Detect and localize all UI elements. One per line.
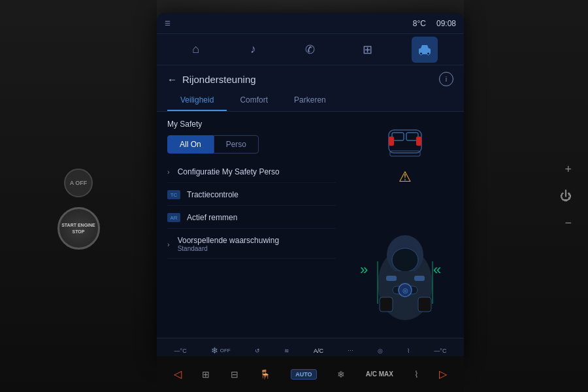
front-defrost-button[interactable]: ⊞	[202, 369, 210, 380]
ac-max-label: A/C MAX	[366, 370, 393, 378]
my-safety-title: My Safety	[167, 120, 336, 129]
recirculate-button[interactable]: ↺	[255, 348, 260, 354]
temp-left-value: —°C	[174, 348, 187, 354]
svg-point-3	[427, 52, 430, 55]
nav-apps[interactable]: ⊞	[355, 37, 381, 63]
tab-veiligheid[interactable]: Veiligheid	[167, 90, 227, 111]
actief-remmen-item[interactable]: AR Actief remmen	[167, 207, 336, 229]
wiper-physical-icon: ⌇	[414, 369, 419, 380]
left-physical-panel: A OFF START ENGINE STOP	[0, 0, 157, 392]
svg-point-14	[392, 248, 418, 272]
left-content-panel: My Safety All On Perso › Configuratie My…	[157, 112, 346, 338]
main-screen: ☰ 8°C 09:08 ⌂ ♪ ✆ ⊞	[157, 13, 464, 363]
auto-climate-button[interactable]: AUTO	[291, 369, 316, 380]
nav-bar: ⌂ ♪ ✆ ⊞	[157, 34, 464, 65]
svg-rect-19	[386, 276, 397, 281]
perso-button[interactable]: Perso	[214, 135, 259, 154]
svg-text:»: »	[360, 261, 368, 278]
rear-defrost-icon: ⊟	[231, 369, 238, 380]
dashboard: A OFF START ENGINE STOP ☰ 8°C 09:08 ⌂ ♪ …	[0, 0, 588, 392]
right-arrow-icon: ▷	[439, 368, 447, 380]
start-button-area: A OFF START ENGINE STOP	[57, 169, 100, 250]
seat-cool-button[interactable]: ⋯	[348, 348, 353, 354]
svg-rect-23	[380, 297, 393, 312]
chevron-right-icon: ›	[167, 168, 170, 176]
left-arrow-button[interactable]: ◁	[174, 368, 182, 380]
svg-text:«: «	[433, 261, 441, 278]
nav-music[interactable]: ♪	[240, 37, 266, 63]
tractie-icon: TC	[167, 190, 180, 199]
seat-cool-icon: ⋯	[348, 348, 353, 354]
seat-heat-button[interactable]: ≋	[284, 348, 289, 354]
start-engine-button[interactable]: START ENGINE STOP	[57, 207, 100, 250]
plus-button[interactable]: +	[564, 163, 572, 176]
left-arrow-icon: ◁	[174, 368, 182, 380]
svg-rect-9	[390, 151, 420, 156]
svg-text:◎: ◎	[402, 287, 408, 294]
wiper-physical-button[interactable]: ⌇	[414, 369, 419, 380]
svg-rect-8	[416, 137, 421, 146]
recirculate-icon: ↺	[255, 348, 260, 354]
car-front-svg: » «	[355, 196, 456, 323]
back-arrow-icon: ←	[167, 74, 177, 85]
status-right: 8°C 09:08	[413, 19, 456, 28]
tab-bar: Veiligheid Comfort Parkeren	[157, 90, 464, 112]
steering-heat-button[interactable]: ◎	[378, 348, 383, 354]
svg-point-2	[420, 52, 423, 55]
seat-button[interactable]: 🪑	[259, 369, 270, 380]
ac-max-button[interactable]: A/C MAX	[366, 370, 393, 378]
status-left: ☰	[165, 20, 171, 27]
car-perspective-view: » «	[355, 196, 456, 326]
front-defrost-icon: ⊞	[202, 369, 210, 380]
right-physical-panel: + ⏻ −	[464, 0, 588, 392]
page-title: Rijondersteuning	[182, 74, 256, 85]
voorspellende-item[interactable]: › Voorspellende waarschuwing Standaard	[167, 230, 336, 259]
configuratie-label: Configuratie My Safety Perso	[178, 167, 336, 176]
svg-marker-1	[421, 45, 429, 48]
fan-speed-icon: ❄	[337, 369, 345, 380]
wiper-icon: ⌇	[407, 348, 410, 354]
car-rear-view-svg	[376, 123, 434, 166]
car-visual-panel: ⚠ » «	[346, 112, 464, 338]
chevron-right-icon-2: ›	[167, 240, 170, 248]
seat-icon: 🪑	[259, 369, 270, 380]
nav-phone[interactable]: ✆	[297, 37, 323, 63]
fan-speed-button[interactable]: ❄	[337, 369, 345, 380]
page-header: ← Rijondersteuning i	[157, 65, 464, 90]
tractiecontrole-label: Tractiecontrole	[187, 190, 336, 199]
temp-right-display: —°C	[434, 348, 446, 354]
ac-label: A/C	[314, 348, 323, 354]
temp-left-display: —°C	[174, 348, 187, 354]
screen-content: ← Rijondersteuning i Veiligheid Comfort …	[157, 65, 464, 363]
wiper-button[interactable]: ⌇	[407, 348, 410, 354]
back-button[interactable]: ← Rijondersteuning	[167, 74, 256, 85]
steering-icon: ◎	[378, 348, 383, 354]
auto-label: AUTO	[291, 369, 316, 380]
a-off-button[interactable]: A OFF	[64, 169, 93, 197]
configuratie-item[interactable]: › Configuratie My Safety Perso	[167, 161, 336, 183]
rear-defrost-button[interactable]: ⊟	[231, 369, 238, 380]
fan-off-label: OFF	[220, 348, 231, 353]
power-button[interactable]: ⏻	[560, 189, 572, 203]
tractiecontrole-item[interactable]: TC Tractiecontrole	[167, 184, 336, 206]
minus-button[interactable]: −	[564, 216, 572, 230]
ac-button[interactable]: A/C	[314, 348, 323, 354]
main-content-area: My Safety All On Perso › Configuratie My…	[157, 112, 464, 338]
fan-icon: ❄	[211, 346, 218, 355]
fan-control[interactable]: ❄ OFF	[211, 346, 231, 355]
bottom-physical-controls: ◁ ⊞ ⊟ 🪑 AUTO ❄ A/C MAX ⌇ ▷	[157, 356, 464, 392]
voorspellende-sub: Standaard	[178, 245, 279, 252]
nav-home[interactable]: ⌂	[183, 37, 209, 63]
tab-comfort[interactable]: Comfort	[227, 90, 281, 111]
tab-parkeren[interactable]: Parkeren	[281, 90, 339, 111]
all-on-button[interactable]: All On	[167, 135, 214, 154]
voorspellende-label: Voorspellende waarschuwing	[178, 236, 279, 245]
info-button[interactable]: i	[439, 72, 453, 86]
nav-car[interactable]	[412, 37, 438, 63]
svg-rect-20	[414, 276, 425, 281]
svg-rect-24	[418, 297, 431, 312]
safety-mode-toggle: All On Perso	[167, 135, 336, 154]
right-arrow-button[interactable]: ▷	[439, 368, 447, 380]
temperature-display: 8°C	[413, 19, 426, 28]
temp-right-value: —°C	[434, 348, 446, 354]
